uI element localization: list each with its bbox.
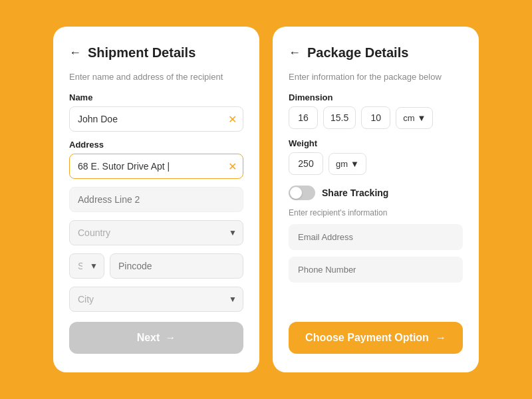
shipment-subtitle: Enter name and address of the recipient [69, 71, 243, 83]
state-pincode-row: State ▼ [69, 253, 243, 279]
share-tracking-toggle[interactable] [289, 186, 315, 200]
country-select-wrap: Country ▼ [69, 220, 243, 245]
next-arrow-icon: → [165, 332, 176, 344]
share-tracking-row: Share Tracking [289, 186, 463, 200]
unit-label: cm [403, 113, 414, 123]
name-field-group: Name ✕ [69, 92, 243, 132]
name-input[interactable] [69, 106, 243, 132]
dim2-value[interactable]: 15.5 [323, 106, 356, 129]
weight-row: 250 gm ▼ [289, 152, 463, 175]
next-button[interactable]: Next → [69, 322, 243, 354]
address-clear-button[interactable]: ✕ [228, 160, 237, 173]
dim3-value[interactable]: 10 [361, 106, 390, 129]
unit-select[interactable]: cm ▼ [396, 107, 433, 129]
address-field-group: Address ✕ [69, 140, 243, 179]
weight-unit-label: gm [336, 159, 348, 169]
city-select-wrap: City ▼ [69, 287, 243, 312]
pay-btn-arrow-icon: → [436, 332, 446, 344]
package-title: Package Details [307, 45, 408, 61]
name-clear-button[interactable]: ✕ [228, 113, 237, 126]
email-input[interactable] [289, 224, 463, 250]
shipment-header: ← Shipment Details [69, 45, 243, 61]
recipient-info-label: Enter recipient's information [289, 208, 463, 217]
share-tracking-label: Share Tracking [322, 188, 388, 198]
package-back-arrow-icon[interactable]: ← [289, 46, 301, 60]
dimension-row: 16 15.5 10 cm ▼ [289, 106, 463, 129]
back-arrow-icon[interactable]: ← [69, 46, 81, 60]
package-subtitle: Enter information for the package below [289, 71, 463, 83]
address-input[interactable] [69, 154, 243, 179]
pay-btn-label: Choose Payment Option [305, 332, 429, 344]
package-header: ← Package Details [289, 45, 463, 61]
city-field-group: City ▼ [69, 287, 243, 312]
state-select[interactable]: State [69, 253, 104, 279]
address-input-wrap: ✕ [69, 154, 243, 179]
weight-value[interactable]: 250 [289, 152, 323, 175]
address2-field-group [69, 187, 243, 212]
dimension-label: Dimension [289, 92, 463, 102]
country-select[interactable]: Country [69, 220, 243, 245]
shipment-title: Shipment Details [88, 45, 196, 61]
weight-unit-select[interactable]: gm ▼ [329, 153, 366, 175]
weight-unit-dropdown-icon: ▼ [350, 159, 359, 169]
package-card: ← Package Details Enter information for … [273, 27, 479, 372]
weight-label: Weight [289, 138, 463, 148]
country-field-group: Country ▼ [69, 220, 243, 245]
name-label: Name [69, 92, 243, 102]
address2-input[interactable] [69, 187, 243, 212]
choose-payment-button[interactable]: Choose Payment Option → [289, 322, 463, 354]
city-select[interactable]: City [69, 287, 243, 312]
unit-dropdown-icon: ▼ [418, 113, 426, 123]
state-select-wrap: State ▼ [69, 253, 104, 279]
next-label: Next [137, 332, 160, 344]
shipment-card: ← Shipment Details Enter name and addres… [53, 27, 259, 372]
address-label: Address [69, 140, 243, 150]
dim1-value[interactable]: 16 [289, 106, 318, 129]
name-input-wrap: ✕ [69, 106, 243, 132]
pincode-input[interactable] [110, 253, 243, 279]
phone-input[interactable] [289, 257, 463, 283]
